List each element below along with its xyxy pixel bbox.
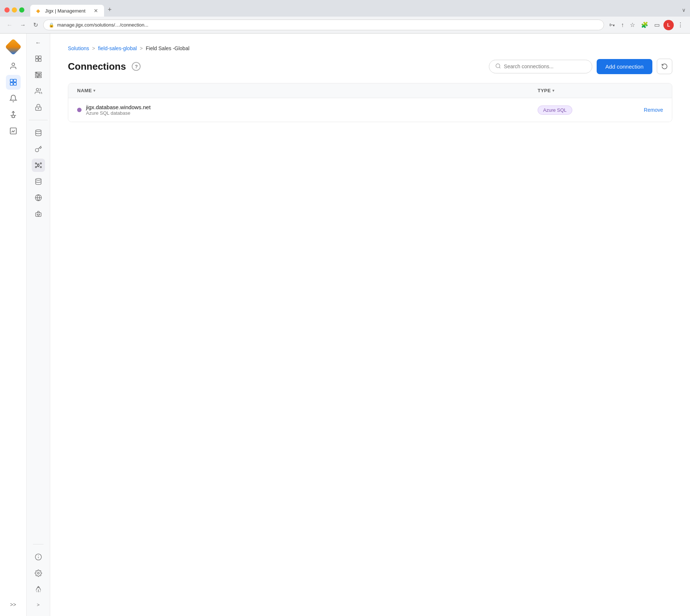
svg-rect-7 [35, 56, 38, 59]
svg-point-25 [40, 166, 41, 167]
address-bar[interactable]: 🔒 manage.jigx.com/solutions/…/connection… [43, 20, 604, 30]
svg-rect-4 [13, 83, 16, 85]
svg-point-16 [37, 77, 38, 78]
inner-sidebar-divider-1 [29, 120, 47, 120]
search-icon [495, 63, 501, 70]
puzzle-icon[interactable]: 🧩 [639, 20, 651, 30]
connection-status-dot [77, 108, 82, 112]
sidebar-toggle-icon[interactable]: ▭ [652, 20, 662, 30]
page-header: Connections ? Add connection [68, 59, 672, 74]
url-text: manage.jigx.com/solutions/…/connection..… [57, 22, 148, 28]
name-sort-icon: ▾ [93, 89, 96, 93]
svg-rect-8 [38, 56, 41, 59]
svg-point-19 [38, 108, 39, 109]
inner-sidebar-storage[interactable] [32, 175, 45, 188]
inner-sidebar-info[interactable] [32, 550, 45, 564]
main-content: Solutions > field-sales-global > Field S… [50, 34, 690, 616]
row-type-col: Azure SQL [538, 105, 626, 115]
active-tab[interactable]: ◆ Jigx | Management ✕ [30, 5, 104, 17]
sidebar-item-debug[interactable] [6, 107, 21, 122]
breadcrumb: Solutions > field-sales-global > Field S… [68, 45, 672, 51]
svg-point-5 [12, 115, 14, 118]
inner-sidebar-users[interactable] [32, 84, 45, 98]
tab-scroll-arrow[interactable]: ∨ [682, 7, 686, 13]
inner-sidebar-api[interactable] [32, 142, 45, 156]
inner-sidebar-globe[interactable] [32, 191, 45, 204]
share-icon[interactable]: ↑ [619, 20, 626, 30]
col-type-header[interactable]: TYPE ▾ [538, 88, 626, 93]
back-button-inner[interactable]: ← [35, 39, 41, 46]
app-layout: >> ← [0, 34, 690, 616]
header-actions: Add connection [489, 59, 672, 74]
breadcrumb-current: Field Sales -Global [146, 45, 189, 51]
inner-sidebar-divider-2 [33, 544, 44, 544]
breadcrumb-sep-1: > [92, 45, 95, 51]
app-logo[interactable] [6, 39, 21, 54]
svg-point-14 [36, 72, 37, 73]
tab-favicon: ◆ [36, 8, 42, 14]
svg-rect-2 [13, 79, 16, 82]
menu-icon[interactable]: ⋮ [675, 20, 686, 30]
search-box[interactable] [489, 60, 592, 73]
close-window-dot[interactable] [4, 7, 10, 13]
browser-chrome: ◆ Jigx | Management ✕ + ∨ ← → ↻ 🔒 manage… [0, 0, 690, 34]
svg-rect-9 [35, 59, 38, 62]
expand-sidebar-button[interactable]: >> [7, 599, 19, 610]
table-row: jigx.database.windows.net Azure SQL data… [68, 98, 672, 122]
breadcrumb-field-sales-link[interactable]: field-sales-global [98, 45, 137, 51]
breadcrumb-sep-2: > [140, 45, 143, 51]
type-sort-icon: ▾ [552, 89, 555, 93]
reload-button[interactable]: ↻ [31, 20, 40, 30]
inner-sidebar-database1[interactable] [32, 126, 45, 139]
inner-sidebar-dashboard[interactable] [32, 52, 45, 65]
inner-sidebar-lock[interactable] [32, 101, 45, 114]
svg-point-30 [39, 214, 40, 215]
svg-point-26 [35, 179, 41, 180]
sidebar-item-analytics[interactable] [6, 124, 21, 138]
svg-rect-1 [10, 79, 13, 82]
jigx-diamond-logo [5, 38, 21, 55]
inner-sidebar-settings[interactable] [32, 567, 45, 580]
svg-point-23 [40, 163, 41, 164]
browser-window-controls [4, 7, 24, 13]
svg-point-24 [35, 166, 36, 167]
help-icon[interactable]: ? [132, 62, 141, 71]
profile-button[interactable]: L [663, 20, 674, 30]
search-input[interactable] [504, 63, 586, 69]
svg-point-22 [35, 163, 36, 164]
browser-action-buttons: 🗝 ↑ ☆ 🧩 ▭ L ⋮ [607, 20, 686, 30]
row-name-col: jigx.database.windows.net Azure SQL data… [77, 104, 538, 116]
connection-subtitle: Azure SQL database [86, 110, 151, 116]
type-badge: Azure SQL [538, 105, 572, 115]
breadcrumb-solutions-link[interactable]: Solutions [68, 45, 89, 51]
remove-button[interactable]: Remove [644, 107, 663, 113]
inner-sidebar-header: ← [27, 39, 50, 46]
add-connection-button[interactable]: Add connection [597, 59, 652, 74]
refresh-button[interactable] [657, 59, 672, 74]
minimize-window-dot[interactable] [12, 7, 17, 13]
sidebar-item-solutions[interactable] [6, 75, 21, 90]
inner-sidebar-controls[interactable] [32, 68, 45, 82]
key-icon[interactable]: 🗝 [607, 20, 617, 30]
svg-point-35 [496, 64, 500, 68]
inner-sidebar-robot[interactable] [32, 207, 45, 221]
browser-title-bar: ◆ Jigx | Management ✕ + ∨ [0, 0, 690, 17]
col-name-header[interactable]: NAME ▾ [77, 88, 538, 93]
sidebar-item-notifications[interactable] [6, 91, 21, 106]
forward-button[interactable]: → [18, 20, 28, 30]
new-tab-button[interactable]: + [105, 3, 115, 17]
expand-inner-sidebar-button[interactable]: > [34, 599, 43, 610]
inner-sidebar-bug[interactable] [32, 583, 45, 596]
maximize-window-dot[interactable] [19, 7, 24, 13]
back-button[interactable]: ← [4, 20, 15, 30]
connections-table: NAME ▾ TYPE ▾ jigx.database.windows.net [68, 83, 672, 122]
inner-sidebar-connections[interactable] [32, 159, 45, 172]
svg-point-17 [36, 89, 39, 91]
far-left-sidebar: >> [0, 34, 27, 616]
tab-close-button[interactable]: ✕ [94, 8, 98, 14]
svg-point-34 [37, 572, 39, 574]
page-title: Connections [68, 61, 126, 72]
sidebar-item-users[interactable] [6, 59, 21, 73]
bookmark-icon[interactable]: ☆ [628, 20, 637, 30]
lock-icon: 🔒 [49, 23, 54, 28]
